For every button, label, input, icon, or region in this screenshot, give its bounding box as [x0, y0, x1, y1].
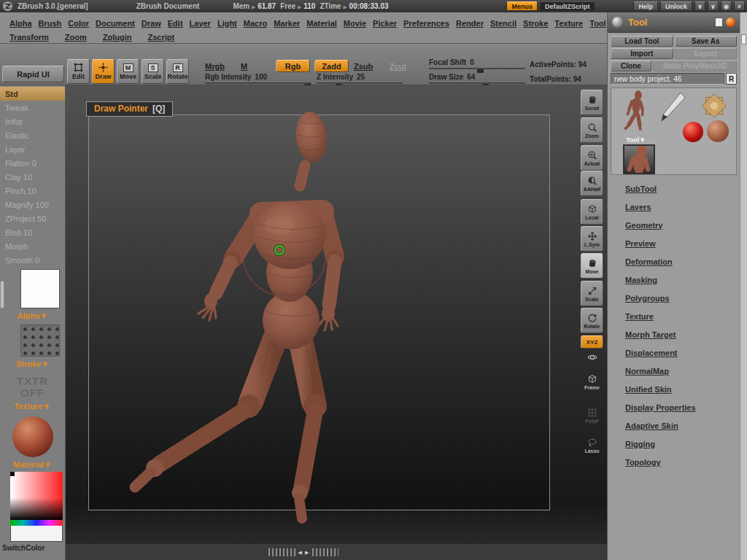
menu-light[interactable]: Light [217, 19, 237, 28]
restore-button[interactable]: R [726, 73, 737, 85]
zsub-toggle[interactable]: Zsub [354, 62, 373, 71]
menu-zscript[interactable]: Zscript [147, 33, 174, 42]
tool-palette-header[interactable]: Tool [608, 12, 740, 33]
tool-section-masking[interactable]: Masking [611, 271, 737, 289]
rgb-intensity-slider[interactable]: Rgb Intensity100 [205, 73, 311, 84]
focal-shift-slider[interactable]: Focal Shift0 [429, 58, 525, 69]
menu-zplugin[interactable]: Zplugin [103, 33, 132, 42]
menu-transform[interactable]: Transform [9, 33, 49, 42]
tool-section-unified-skin[interactable]: Unified Skin [611, 380, 737, 398]
brush-pinch[interactable]: Pinch 10 [0, 184, 65, 198]
alpha-selector[interactable]: Alpha▼ [0, 311, 65, 320]
texture-selector[interactable]: Texture▼ [0, 402, 65, 411]
alpha-thumbnail[interactable] [20, 269, 60, 308]
tool-section-deformation[interactable]: Deformation [611, 252, 737, 271]
local-button[interactable]: Local [581, 199, 603, 225]
material-thumbnail[interactable] [12, 416, 53, 457]
brush-magnify[interactable]: Magnify 100 [0, 198, 65, 211]
zcut-toggle[interactable]: Zcut [390, 62, 406, 71]
brush-zproject[interactable]: ZProject 50 [0, 211, 65, 225]
mannequin-model[interactable] [109, 93, 387, 548]
switch-color-button[interactable]: SwitchColor [2, 544, 65, 552]
aahalf-button[interactable]: AAHalf [581, 171, 603, 196]
polyf-button[interactable]: PolyF [581, 408, 603, 424]
brush-std[interactable]: Std [0, 87, 65, 101]
brush-clay[interactable]: Clay 10 [0, 170, 65, 184]
tool-section-displacement[interactable]: Displacement [611, 343, 737, 362]
hue-strip[interactable] [10, 520, 63, 526]
brush-blob[interactable]: Blob 10 [0, 225, 65, 239]
mrgb-toggle[interactable]: Mrgb [205, 62, 225, 71]
tool-section-texture[interactable]: Texture [611, 307, 737, 325]
edit-mode-button[interactable]: Edit [67, 59, 90, 84]
menu-marker[interactable]: Marker [274, 19, 300, 28]
record-circle-icon[interactable]: ◉ [721, 1, 732, 11]
menu-color[interactable]: Color [68, 19, 89, 28]
document-canvas[interactable]: Draw Pointer[Q] Scroll Zoom Actual [66, 85, 607, 560]
default-zscript-button[interactable]: DefaultZScript [540, 1, 595, 11]
tool-section-polygroups[interactable]: Polygroups [611, 289, 737, 307]
rgb-toggle[interactable]: Rgb [276, 60, 310, 72]
menu-layer[interactable]: Layer [190, 19, 211, 28]
unlock-button[interactable]: Unlock [660, 1, 692, 11]
panel-scrollbar[interactable] [740, 12, 747, 560]
tool-section-rigging[interactable]: Rigging [611, 435, 737, 453]
tool-section-morph-target[interactable]: Morph Target [611, 325, 737, 343]
scroll-left-icon[interactable]: ◀ [297, 548, 303, 556]
tool-section-geometry[interactable]: Geometry [611, 216, 737, 234]
menu-preferences[interactable]: Preferences [403, 19, 449, 28]
panel-scrollbar-thumb[interactable] [741, 34, 746, 44]
menu-material[interactable]: Material [306, 19, 337, 28]
rotate-mode-button[interactable]: R Rotate [166, 59, 189, 84]
tool-section-normalmap[interactable]: NormalMap [611, 362, 737, 380]
scale-mode-button[interactable]: S Scale [142, 59, 164, 84]
star-tool-thumbnail[interactable] [699, 90, 729, 125]
color-picker[interactable] [10, 472, 63, 526]
selected-tool-thumbnail[interactable] [623, 144, 655, 174]
menu-movie[interactable]: Movie [344, 19, 366, 28]
clone-button[interactable]: Clone [611, 61, 651, 71]
tool-section-adaptive-skin[interactable]: Adaptive Skin [611, 416, 737, 435]
stroke-selector[interactable]: Stroke▼ [0, 359, 65, 368]
lsym-button[interactable]: L.Sym [581, 226, 603, 252]
stroke-thumbnail[interactable] [20, 324, 60, 357]
menu-draw[interactable]: Draw [142, 19, 161, 28]
zadd-toggle[interactable]: Zadd [314, 60, 349, 72]
brush-layer[interactable]: Layer [0, 142, 65, 156]
help-button[interactable]: Help [633, 1, 658, 11]
menu-macro[interactable]: Macro [244, 19, 267, 28]
brush-flatten[interactable]: Flatten 0 [0, 156, 65, 170]
gyro-button[interactable] [581, 352, 603, 362]
menu-render[interactable]: Render [456, 19, 484, 28]
move-canvas-button[interactable]: Move [581, 253, 603, 279]
tool-section-preview[interactable]: Preview [611, 234, 737, 252]
rapid-ui-button[interactable]: Rapid UI [2, 66, 64, 82]
brush-tweak[interactable]: Tweak [0, 101, 65, 114]
document-icon[interactable] [715, 18, 723, 27]
close-icon[interactable]: × [734, 1, 745, 11]
sphere-tool-thumbnail[interactable] [707, 120, 729, 142]
scroll-right-icon[interactable]: ▶ [303, 548, 310, 556]
save-as-button[interactable]: Save As [675, 36, 738, 47]
brush-inflat[interactable]: Inflat [0, 114, 65, 128]
load-tool-button[interactable]: Load Tool [611, 36, 673, 47]
material-selector[interactable]: Material▼ [0, 460, 65, 469]
actual-button[interactable]: Actual [581, 145, 603, 171]
tool-section-display-properties[interactable]: Display Properties [611, 398, 737, 416]
menu-document[interactable]: Document [96, 19, 135, 28]
current-color-swatch[interactable] [10, 526, 63, 542]
rotate-canvas-button[interactable]: Rotate [581, 308, 603, 333]
m-toggle[interactable]: M [241, 62, 247, 71]
draw-size-slider[interactable]: Draw Size64 [429, 73, 525, 84]
tool-section-layers[interactable]: Layers [611, 198, 737, 216]
tool-selector[interactable]: Tool▼ [626, 136, 646, 144]
brush-smooth[interactable]: Smooth 0 [0, 253, 65, 267]
menus-button[interactable]: Menus [506, 1, 538, 11]
menu-stroke[interactable]: Stroke [523, 19, 548, 28]
draw-mode-button[interactable]: Draw [92, 59, 115, 84]
menu-texture[interactable]: Texture [554, 19, 583, 28]
red-sphere-tool-thumbnail[interactable] [683, 122, 703, 142]
frame-button[interactable]: Frame [581, 374, 603, 390]
chevron-down-icon[interactable]: ∨ [708, 1, 719, 11]
current-tool-thumbnail[interactable] [622, 90, 655, 137]
